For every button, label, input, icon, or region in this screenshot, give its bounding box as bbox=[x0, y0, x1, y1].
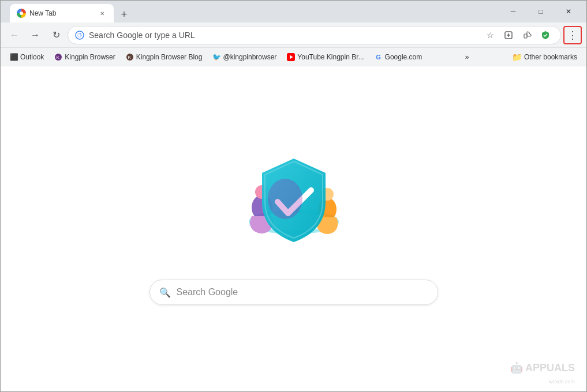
appuals-watermark: 🤖 APPUALS bbox=[510, 361, 575, 374]
bookmark-label: Outlook bbox=[20, 53, 44, 61]
bookmark-label: YouTube Kingpin Br... bbox=[297, 53, 364, 61]
other-bookmarks-label: Other bookmarks bbox=[524, 53, 577, 61]
svg-point-14 bbox=[268, 179, 302, 219]
active-tab[interactable]: New Tab ✕ bbox=[10, 4, 114, 22]
browser-window: New Tab ✕ + ─ □ ✕ ← → ↻ Search Google bbox=[0, 0, 587, 392]
search-icon: 🔍 bbox=[159, 287, 171, 298]
extension-icon-2[interactable] bbox=[519, 27, 535, 43]
window-controls: ─ □ ✕ bbox=[500, 3, 582, 20]
bookmark-youtube-kingpin[interactable]: YouTube Kingpin Br... bbox=[282, 50, 368, 64]
tab-title: New Tab bbox=[29, 9, 94, 17]
bookmark-label: Google.com bbox=[385, 53, 423, 61]
google-logo-icon bbox=[75, 31, 84, 40]
svg-rect-2 bbox=[524, 34, 527, 38]
tab-close-button[interactable]: ✕ bbox=[98, 9, 107, 18]
bookmark-twitter[interactable]: 🐦 @kingpinbrowser bbox=[208, 50, 281, 64]
search-placeholder: Search Google bbox=[177, 287, 238, 297]
bookmark-label: @kingpinbrowser bbox=[223, 53, 276, 61]
chrome-menu-button[interactable]: ⋮ bbox=[563, 26, 582, 44]
bookmark-label: Kingpin Browser Blog bbox=[136, 53, 203, 61]
watermark-icon: 🤖 bbox=[510, 361, 523, 374]
svg-text:K: K bbox=[128, 55, 131, 60]
refresh-button[interactable]: ↻ bbox=[47, 26, 65, 44]
back-button[interactable]: ← bbox=[5, 26, 24, 44]
navigation-toolbar: ← → ↻ Search Google or type a URL ☆ bbox=[1, 22, 586, 48]
svg-text:K: K bbox=[57, 55, 60, 60]
google-bookmark-icon: G bbox=[375, 53, 383, 61]
address-text: Search Google or type a URL bbox=[89, 31, 477, 40]
tab-favicon bbox=[17, 9, 26, 18]
maximize-button[interactable]: □ bbox=[528, 3, 554, 20]
minimize-button[interactable]: ─ bbox=[500, 3, 526, 20]
forward-button[interactable]: → bbox=[26, 26, 44, 44]
shield-illustration bbox=[230, 141, 357, 257]
kingpin-blog-icon: K bbox=[126, 53, 134, 61]
bookmark-star-button[interactable]: ☆ bbox=[482, 27, 498, 43]
bookmark-google[interactable]: G Google.com bbox=[370, 50, 427, 64]
kingpin-browser-icon: K bbox=[54, 53, 62, 61]
extension-icon-1[interactable] bbox=[500, 27, 517, 43]
watermark-subtext: wsxdn.com bbox=[549, 379, 575, 385]
security-shield-icon[interactable] bbox=[537, 27, 554, 43]
watermark-text: APPUALS bbox=[525, 362, 575, 374]
bookmark-kingpin-browser[interactable]: K Kingpin Browser bbox=[50, 50, 119, 64]
youtube-icon bbox=[287, 53, 295, 61]
new-tab-button[interactable]: + bbox=[116, 6, 132, 22]
titlebar: New Tab ✕ + ─ □ ✕ bbox=[1, 1, 586, 22]
outlook-icon: ⬛ bbox=[10, 53, 18, 61]
folder-icon: 📁 bbox=[512, 52, 522, 62]
bookmark-label: Kingpin Browser bbox=[65, 53, 115, 61]
bookmarks-more-button[interactable]: » bbox=[461, 50, 474, 64]
bookmarks-bar: ⬛ Outlook K Kingpin Browser K Kingpin Br… bbox=[1, 48, 586, 66]
bookmark-outlook[interactable]: ⬛ Outlook bbox=[5, 50, 48, 64]
tab-bar: New Tab ✕ + bbox=[5, 1, 500, 22]
twitter-icon: 🐦 bbox=[212, 53, 220, 61]
main-content: 🔍 Search Google 🤖 APPUALS wsxdn.com bbox=[1, 66, 586, 391]
close-button[interactable]: ✕ bbox=[555, 3, 582, 20]
address-bar[interactable]: Search Google or type a URL ☆ bbox=[68, 26, 561, 44]
bookmark-kingpin-blog[interactable]: K Kingpin Browser Blog bbox=[121, 50, 207, 64]
other-bookmarks-folder[interactable]: 📁 Other bookmarks bbox=[507, 50, 582, 64]
address-bar-icons: ☆ bbox=[482, 27, 554, 43]
search-box[interactable]: 🔍 Search Google bbox=[149, 280, 438, 305]
